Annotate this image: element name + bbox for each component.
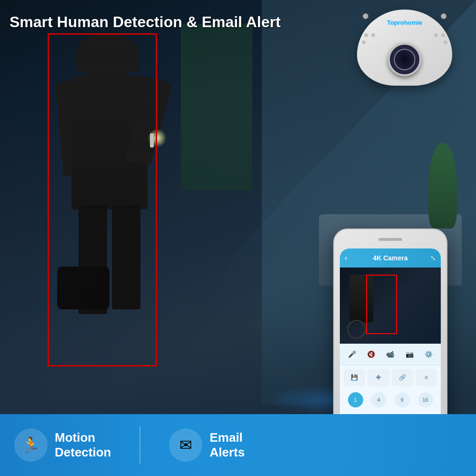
- phone-feed-wheel: [347, 320, 366, 339]
- camera-body: Toprohomie: [357, 10, 452, 86]
- motion-detection-feature: 🏃 Motion Detection: [14, 428, 111, 462]
- phone-num-16-btn[interactable]: 16: [418, 392, 433, 407]
- phone-num-9-btn[interactable]: 9: [395, 392, 410, 407]
- camera-lens: [388, 43, 421, 76]
- motion-detection-label: Motion Detection: [55, 430, 111, 460]
- phone-photo-icon[interactable]: 📷: [403, 347, 416, 361]
- phone-camera-feed: [340, 268, 441, 344]
- phone-back-arrow-icon[interactable]: ‹: [345, 254, 347, 262]
- camera-product-image: Toprohomie: [357, 10, 462, 105]
- camera-screw-tr: [441, 13, 446, 19]
- phone-mute-icon[interactable]: 🔇: [365, 347, 378, 361]
- ir-led-4: [434, 33, 438, 37]
- scan-effect: [48, 33, 157, 367]
- email-alerts-feature: ✉ Email Alerts: [169, 428, 245, 462]
- phone-controls-grid: 💾 ✤ 🔗 ≡: [340, 365, 441, 390]
- phone-num-4-btn[interactable]: 4: [371, 392, 387, 407]
- phone-menu-btn[interactable]: ≡: [416, 369, 437, 386]
- phone-screen: ‹ 4K Camera ⤡ 🎤 🔇 📹 📷 ⚙️: [340, 248, 441, 427]
- camera-screw-tl: [363, 13, 368, 19]
- phone-mic-icon[interactable]: 🎤: [345, 347, 358, 361]
- motion-detection-icon: 🏃: [14, 428, 48, 462]
- page-title: Smart Human Detection & Email Alert: [10, 13, 281, 31]
- camera-lens-inner: [394, 49, 416, 70]
- phone-num-1-btn[interactable]: 1: [348, 392, 363, 407]
- camera-brand-label: Toprohomie: [387, 19, 422, 26]
- phone-settings-icon[interactable]: ⚙️: [422, 347, 436, 361]
- phone-link-btn[interactable]: 🔗: [392, 369, 413, 386]
- ir-led-1: [364, 33, 368, 37]
- phone-feed-detection-box: [366, 275, 397, 334]
- ir-led-3: [441, 33, 445, 37]
- phone-expand-icon[interactable]: ⤡: [430, 254, 436, 262]
- phone-app-title: 4K Camera: [373, 254, 407, 262]
- phone-save-btn[interactable]: 💾: [344, 369, 365, 386]
- phone-header-bar: ‹ 4K Camera ⤡: [340, 248, 441, 268]
- ir-led-2: [371, 33, 375, 37]
- phone-ptz-btn[interactable]: ✤: [367, 369, 389, 386]
- feature-banner: 🏃 Motion Detection ✉ Email Alerts: [0, 414, 476, 476]
- phone-record-icon[interactable]: 📹: [384, 347, 397, 361]
- main-container: Smart Human Detection & Email Alert Topr…: [0, 0, 476, 476]
- email-alerts-icon: ✉: [169, 428, 202, 462]
- ir-led-5: [362, 40, 366, 44]
- phone-number-row: 1 4 9 16: [340, 390, 441, 410]
- window-area: [181, 24, 252, 190]
- phone-speaker: [378, 238, 402, 241]
- phone-controls-bar: 🎤 🔇 📹 📷 ⚙️: [340, 344, 441, 365]
- email-alerts-label: Email Alerts: [209, 430, 245, 460]
- feature-divider: [139, 426, 140, 464]
- ir-led-6: [444, 40, 447, 44]
